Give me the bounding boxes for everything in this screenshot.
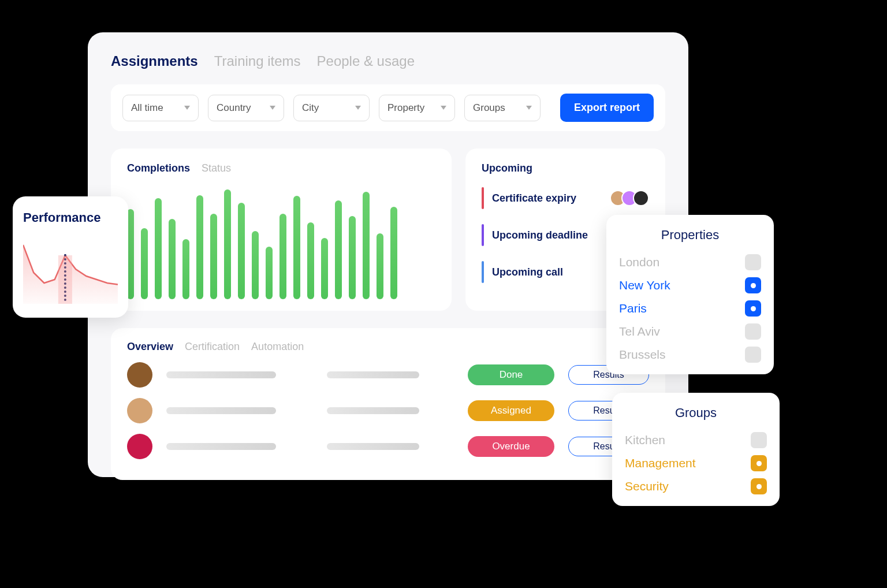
properties-item-label: Tel Aviv <box>619 325 660 338</box>
subtab-automation[interactable]: Automation <box>251 341 304 353</box>
completions-bar <box>169 219 176 299</box>
groups-panel: Groups KitchenManagementSecurity <box>612 393 780 506</box>
completions-bar <box>279 214 286 299</box>
upcoming-color-bar <box>482 187 484 209</box>
completions-subtabs: Completions Status <box>127 162 435 174</box>
subtab-status[interactable]: Status <box>202 162 231 174</box>
performance-line-chart <box>23 235 118 304</box>
upcoming-color-bar <box>482 261 484 283</box>
checkbox[interactable] <box>745 277 761 293</box>
completions-bar <box>155 198 162 299</box>
completions-bar <box>321 238 328 299</box>
groups-item[interactable]: Management <box>625 452 767 475</box>
checkbox[interactable] <box>745 254 761 270</box>
checkbox[interactable] <box>745 300 761 317</box>
filters-bar: All time Country City Property Groups Ex… <box>111 84 665 131</box>
table-row: AssignedResults <box>127 398 649 423</box>
filter-groups-label: Groups <box>473 102 505 114</box>
filter-city[interactable]: City <box>293 95 370 121</box>
completions-card: Completions Status <box>111 148 452 311</box>
groups-item[interactable]: Security <box>625 475 767 498</box>
properties-item-label: New York <box>619 278 670 292</box>
overview-subtabs: Overview Certification Automation <box>127 341 649 353</box>
performance-title: Performance <box>23 210 118 225</box>
completions-bar <box>363 192 370 299</box>
completions-bar <box>141 228 148 300</box>
subtab-completions[interactable]: Completions <box>127 162 190 174</box>
completions-bar <box>210 214 217 299</box>
completions-bar <box>390 207 397 299</box>
properties-item[interactable]: Paris <box>619 297 761 320</box>
filter-city-label: City <box>302 102 319 114</box>
properties-item[interactable]: New York <box>619 274 761 297</box>
performance-card: Performance <box>13 196 128 318</box>
svg-rect-12 <box>58 255 72 304</box>
overview-rows: DoneResultsAssignedResultsOverdueResults <box>127 362 649 459</box>
text-placeholder <box>327 443 419 450</box>
text-placeholder <box>327 371 419 378</box>
upcoming-color-bar <box>482 224 484 246</box>
text-placeholder <box>166 371 276 378</box>
checkbox[interactable] <box>745 347 761 363</box>
groups-item[interactable]: Kitchen <box>625 429 767 452</box>
groups-list: KitchenManagementSecurity <box>625 429 767 498</box>
checkbox[interactable] <box>745 323 761 340</box>
upcoming-item-label: Upcoming call <box>492 266 563 278</box>
completions-bar <box>238 203 245 299</box>
groups-item-label: Management <box>625 456 696 470</box>
upcoming-item-label: Certificate expiry <box>492 192 576 204</box>
properties-panel: Properties LondonNew YorkParisTel AvivBr… <box>606 215 774 374</box>
mid-row: Completions Status Upcoming Certificate … <box>111 148 665 311</box>
tab-training-items[interactable]: Training items <box>214 53 301 69</box>
avatar <box>633 190 649 206</box>
completions-bar <box>266 247 273 299</box>
completions-bar <box>293 196 300 299</box>
completions-bar <box>182 239 189 300</box>
properties-item-label: Brussels <box>619 348 666 362</box>
upcoming-item-label: Upcoming deadline <box>492 229 588 241</box>
export-report-button[interactable]: Export report <box>560 94 654 122</box>
filter-property-label: Property <box>387 102 424 114</box>
tab-assignments[interactable]: Assignments <box>111 53 198 69</box>
completions-bar <box>196 195 203 300</box>
filter-time[interactable]: All time <box>122 95 199 121</box>
avatar <box>127 398 152 423</box>
chevron-down-icon <box>184 106 190 110</box>
checkbox[interactable] <box>751 478 767 494</box>
filter-country[interactable]: Country <box>208 95 284 121</box>
status-badge: Done <box>468 364 554 385</box>
main-dashboard-card: Assignments Training items People & usag… <box>88 32 688 477</box>
overview-card: Overview Certification Automation DoneRe… <box>111 328 665 480</box>
checkbox[interactable] <box>751 432 767 448</box>
completions-bar-chart <box>127 184 435 299</box>
upcoming-item[interactable]: Certificate expiry <box>482 187 649 209</box>
filter-property[interactable]: Property <box>379 95 455 121</box>
subtab-overview[interactable]: Overview <box>127 341 173 353</box>
filter-time-label: All time <box>131 102 163 114</box>
subtab-certification[interactable]: Certification <box>185 341 240 353</box>
properties-item-label: London <box>619 255 659 269</box>
properties-item-label: Paris <box>619 302 647 315</box>
completions-bar <box>349 216 356 299</box>
text-placeholder <box>327 407 419 414</box>
chevron-down-icon <box>355 106 361 110</box>
table-row: OverdueResults <box>127 434 649 459</box>
checkbox[interactable] <box>751 455 767 471</box>
properties-item[interactable]: Tel Aviv <box>619 320 761 343</box>
avatar <box>127 362 152 388</box>
chevron-down-icon <box>526 106 532 110</box>
completions-bar <box>335 200 342 299</box>
groups-panel-title: Groups <box>625 405 767 420</box>
avatar <box>127 434 152 459</box>
filter-groups[interactable]: Groups <box>464 95 541 121</box>
properties-item[interactable]: Brussels <box>619 343 761 366</box>
chevron-down-icon <box>270 106 275 110</box>
properties-list: LondonNew YorkParisTel AvivBrussels <box>619 251 761 366</box>
completions-bar <box>377 233 383 299</box>
table-row: DoneResults <box>127 362 649 388</box>
completions-bar <box>307 222 314 299</box>
tab-people-usage[interactable]: People & usage <box>317 53 415 69</box>
properties-item[interactable]: London <box>619 251 761 274</box>
groups-item-label: Security <box>625 479 669 493</box>
text-placeholder <box>166 407 276 414</box>
